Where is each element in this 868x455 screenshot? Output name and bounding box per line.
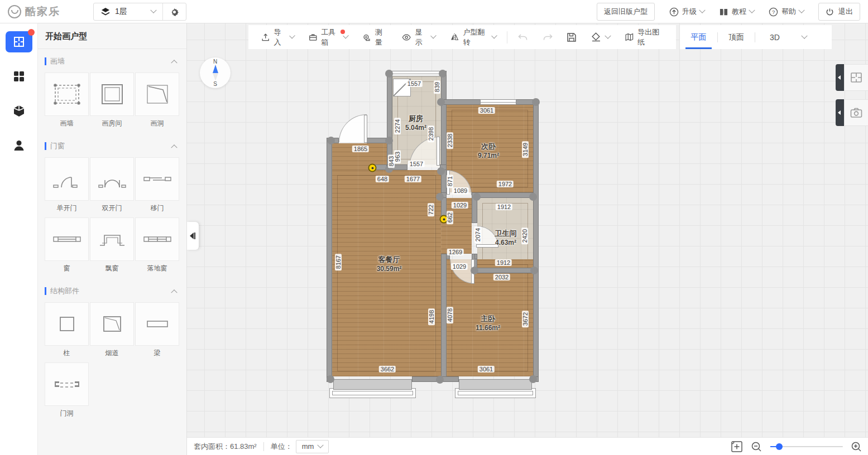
room-label[interactable]: 客餐厅30.59m² [377, 255, 402, 273]
bay-window-left[interactable] [333, 379, 412, 390]
dimension-label[interactable]: 3061 [478, 366, 495, 372]
wall-segment[interactable] [474, 254, 477, 259]
rail-account-button[interactable] [12, 139, 26, 152]
zoom-in-icon[interactable] [851, 441, 862, 453]
wall-node[interactable] [439, 70, 447, 78]
dimension-label[interactable]: 4198 [428, 308, 435, 325]
export-drawing-button[interactable]: 导出图纸 [617, 25, 670, 49]
entrance-door-leaf[interactable] [364, 115, 367, 143]
section-header[interactable]: 结构部件 [45, 284, 180, 298]
zoom-slider[interactable] [770, 446, 843, 447]
rail-apps-button[interactable] [12, 70, 26, 83]
wall-node[interactable] [437, 98, 445, 106]
layout-panel-collapse-tab[interactable] [836, 64, 844, 91]
dimension-label[interactable]: 1677 [405, 176, 421, 182]
wall-segment[interactable] [533, 99, 539, 382]
wall-segment[interactable] [472, 268, 539, 273]
section-header[interactable]: 门窗 [45, 139, 180, 153]
display-button[interactable]: 显示 [395, 25, 443, 49]
wall-node[interactable] [473, 193, 481, 201]
palette-item-door-sliding[interactable]: 移门 [135, 157, 179, 216]
help-menu[interactable]: ? 帮助 [769, 7, 804, 17]
room-label[interactable]: 次卧9.71m² [478, 142, 499, 159]
dimension-label[interactable]: 722 [428, 203, 434, 216]
flip-button[interactable]: 户型翻转 [443, 25, 503, 49]
dimension-label[interactable]: 2338 [447, 132, 453, 149]
dimension-label[interactable]: 3672 [522, 311, 529, 327]
layout-panel-button[interactable] [844, 64, 868, 91]
wall-node[interactable] [437, 167, 445, 175]
panel-collapse-handle[interactable] [187, 222, 199, 250]
dimension-label[interactable]: 1972 [497, 181, 514, 187]
zoom-slider-knob[interactable] [776, 443, 783, 450]
fit-screen-icon[interactable] [731, 441, 743, 453]
dimension-label[interactable]: 648 [376, 176, 389, 182]
palette-item-column[interactable]: 柱 [45, 302, 89, 361]
rail-floorplan-tool[interactable] [6, 31, 32, 52]
tab-ceiling-view[interactable]: 顶面 [718, 25, 755, 49]
wall-segment[interactable] [412, 376, 459, 382]
palette-item-floor-window[interactable]: 落地窗 [135, 217, 179, 277]
save-button[interactable] [560, 25, 583, 49]
tutorial-menu[interactable]: 教程 [719, 7, 754, 17]
dimension-label[interactable]: 3061 [478, 107, 495, 114]
dimension-label[interactable]: 1865 [352, 146, 369, 152]
upgrade-menu[interactable]: 升级 [669, 7, 704, 17]
dimension-label[interactable]: 963 [394, 150, 401, 163]
window-bedroom2[interactable] [480, 99, 516, 105]
room-floor-corridor[interactable] [441, 219, 447, 254]
dimension-label[interactable]: 839 [434, 80, 440, 94]
dimension-label[interactable]: 1269 [447, 249, 464, 255]
room-label[interactable]: 卫生间4.63m² [495, 229, 517, 246]
dimension-label[interactable]: 8167 [335, 254, 342, 270]
dimension-label[interactable]: 2032 [493, 274, 510, 280]
wall-segment[interactable] [441, 254, 447, 382]
dimension-label[interactable]: 2398 [428, 125, 434, 142]
wall-node[interactable] [327, 375, 334, 383]
palette-item-door-double[interactable]: 双开门 [90, 157, 134, 216]
window-kitchen[interactable] [391, 71, 440, 76]
section-header[interactable]: 画墙 [45, 55, 180, 68]
dimension-label[interactable]: 1089 [452, 187, 469, 194]
entrance-door-arc[interactable] [339, 114, 367, 142]
palette-item-bay-window[interactable]: 飘窗 [90, 217, 134, 277]
dimension-label[interactable]: 1029 [451, 263, 468, 270]
palette-item-door-single[interactable]: 单开门 [45, 157, 89, 216]
tab-3d-view[interactable]: 3D [755, 25, 794, 49]
wall-node[interactable] [471, 267, 478, 274]
palette-item-window[interactable]: 窗 [45, 217, 89, 277]
dimension-label[interactable]: 4078 [447, 307, 453, 323]
dimension-label[interactable]: 1557 [406, 80, 423, 87]
wall-node[interactable] [385, 70, 393, 78]
dimension-label[interactable]: 2074 [474, 226, 481, 243]
wall-segment[interactable] [472, 192, 539, 198]
floor-selector-dropdown[interactable]: 1层 [94, 3, 163, 20]
import-button[interactable]: 导入 [254, 25, 301, 49]
palette-item-door-opening[interactable]: 门洞 [45, 362, 89, 422]
kitchen-door-leaf[interactable] [437, 137, 440, 166]
wall-node[interactable] [327, 137, 335, 144]
tab-plan-view[interactable]: 平面 [680, 25, 717, 49]
palette-item-flue[interactable]: 烟道 [90, 302, 134, 361]
redo-button[interactable] [535, 25, 560, 49]
dimension-label[interactable]: 3149 [522, 141, 529, 158]
measure-button[interactable]: 测量 [355, 25, 395, 49]
dimension-label[interactable]: 871 [447, 175, 453, 188]
rail-3d-models-button[interactable] [12, 104, 26, 118]
dimension-label[interactable]: 662 [447, 211, 453, 224]
room-floor-living[interactable] [332, 170, 441, 376]
dimension-label[interactable]: 1029 [452, 202, 468, 209]
dimension-label[interactable]: 3662 [379, 366, 396, 372]
palette-item-beam[interactable]: 梁 [135, 302, 179, 361]
wall-node[interactable] [529, 193, 537, 201]
dimension-label[interactable]: 1557 [408, 161, 425, 167]
dimension-label[interactable]: 843 [388, 154, 395, 168]
dimension-label[interactable]: 2274 [394, 118, 401, 134]
wall-endpoint-node[interactable] [370, 165, 376, 171]
wall-node[interactable] [529, 375, 537, 383]
room-label[interactable]: 主卧11.66m² [476, 314, 500, 332]
snapshot-panel-button[interactable] [844, 99, 868, 126]
palette-item-draw-room[interactable]: 画房间 [90, 72, 134, 132]
zoom-out-icon[interactable] [751, 441, 763, 453]
wall-node[interactable] [530, 267, 538, 274]
